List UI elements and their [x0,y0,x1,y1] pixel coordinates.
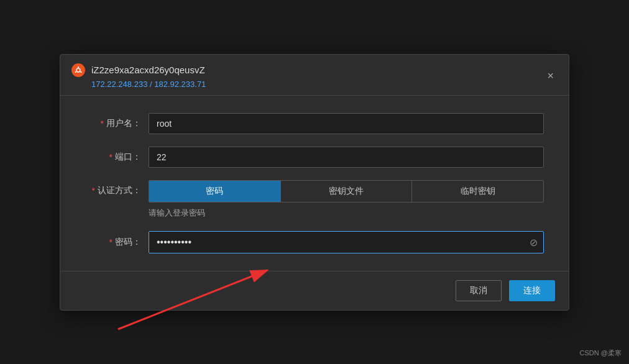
svg-point-2 [80,71,81,72]
password-input-wrap: ⊘ [149,231,544,253]
connect-button[interactable]: 连接 [509,280,555,301]
auth-row: * 认证方式： 密码 密钥文件 临时密钥 请输入登录密码 [85,180,544,219]
auth-tab-tempkey[interactable]: 临时密钥 [412,181,543,202]
password-row: * 密码： ⊘ [85,231,544,253]
auth-label-text: 认证方式： [98,185,141,196]
auth-tab-password[interactable]: 密码 [149,181,281,202]
auth-hint: 请输入登录密码 [149,207,544,219]
svg-point-0 [76,68,80,72]
port-label: * 端口： [85,152,141,163]
port-label-text: 端口： [115,152,141,163]
dialog-titlebar: iZ2ze9xa2acxd26y0qeusvZ 172.22.248.233 /… [60,55,569,96]
password-label-text: 密码： [115,237,141,248]
password-required-star: * [109,237,112,247]
auth-tab-keyfile[interactable]: 密钥文件 [281,181,413,202]
cancel-button[interactable]: 取消 [456,280,502,301]
dialog-title-name: iZ2ze9xa2acxd26y0qeusvZ [71,63,206,77]
svg-point-3 [75,71,76,72]
password-input[interactable] [149,231,544,253]
eye-icon[interactable]: ⊘ [530,236,538,248]
auth-label: * 认证方式： [85,180,141,196]
username-required-star: * [101,119,104,129]
port-input[interactable] [149,147,544,168]
dialog-title-ip: 172.22.248.233 / 182.92.233.71 [71,80,206,89]
port-required-star: * [109,152,112,162]
auth-right: 密码 密钥文件 临时密钥 请输入登录密码 [149,180,544,219]
dialog-title-left: iZ2ze9xa2acxd26y0qeusvZ 172.22.248.233 /… [71,63,206,89]
port-row: * 端口： [85,147,544,168]
username-label-text: 用户名： [106,118,141,129]
username-label: * 用户名： [85,118,141,129]
watermark: CSDN @柔寒 [580,348,622,358]
svg-point-1 [78,66,79,67]
dialog-title-text: iZ2ze9xa2acxd26y0qeusvZ [91,65,205,75]
close-button[interactable]: × [543,69,558,83]
ssh-connection-dialog: iZ2ze9xa2acxd26y0qeusvZ 172.22.248.233 /… [60,54,569,311]
ubuntu-icon [71,63,85,77]
username-row: * 用户名： [85,113,544,134]
auth-required-star: * [92,186,95,196]
dialog-body: * 用户名： * 端口： * 认证方式： 密码 密钥文件 临时密钥 [60,96,569,271]
dialog-footer: 取消 连接 [60,271,569,310]
auth-tabs: 密码 密钥文件 临时密钥 [149,180,544,202]
username-input[interactable] [149,113,544,134]
password-label: * 密码： [85,237,141,248]
